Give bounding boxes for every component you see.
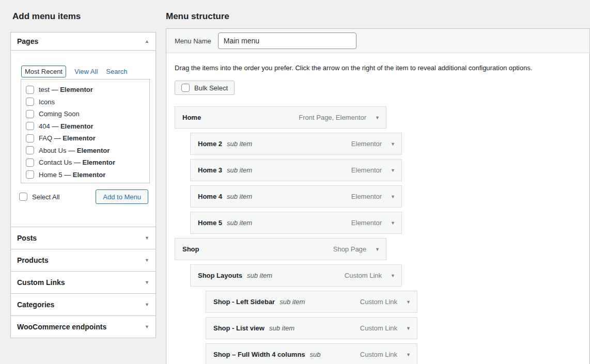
menu-item-bar[interactable]: Shop – Full Width 4 columnssubCustom Lin… [206,343,417,364]
checkbox-icon[interactable] [19,193,27,201]
menu-item-subitem-label: sub item [247,272,272,279]
checkbox-icon[interactable] [26,122,34,130]
page-checklist-item[interactable]: test — Elementor [26,84,149,96]
page-item-label: Contact Us — Elementor [39,159,115,166]
menu-name-header: Menu Name [166,29,589,53]
bulk-select-button[interactable]: Bulk Select [175,81,235,95]
chevron-down-icon[interactable]: ▼ [145,258,149,263]
menu-items-list: HomeFront Page, Elementor▼Home 2sub item… [175,106,581,364]
chevron-down-icon[interactable]: ▼ [375,115,380,120]
menu-item-title: Home 4 [198,193,222,200]
tab-search[interactable]: Search [106,68,127,75]
menu-item-bar[interactable]: Home 4sub itemElementor▼ [190,185,402,208]
menu-item-subitem-label: sub [310,351,321,358]
checkbox-icon[interactable] [26,110,34,118]
page-item-label: 404 — Elementor [39,122,94,130]
tab-view-all[interactable]: View All [74,68,98,75]
page-checklist-item[interactable]: Icons [26,96,149,108]
sidebar-accordion-woocommerce-endpoints[interactable]: WooCommerce endpoints▼ [11,315,156,338]
page-checklist-item[interactable]: Coming Soon [26,108,149,120]
menu-item-bar[interactable]: Home 2sub itemElementor▼ [190,133,402,155]
sidebar-accordion-categories[interactable]: Categories▼ [11,293,156,315]
checkbox-icon[interactable] [26,159,34,167]
menu-item-bar[interactable]: Home 3sub itemElementor▼ [190,159,402,181]
chevron-down-icon[interactable]: ▼ [406,326,411,331]
menu-item-title: Shop – Full Width 4 columns [213,351,305,358]
chevron-down-icon[interactable]: ▼ [406,299,411,305]
checkbox-icon[interactable] [26,134,34,143]
menu-item-bar[interactable]: Shop - List viewsub itemCustom Link▼ [206,317,417,339]
menu-item-title: Home 3 [198,166,222,174]
menu-item-bar[interactable]: HomeFront Page, Elementor▼ [175,106,386,129]
pages-footer: Select All Add to Menu [19,189,148,204]
page-checklist-item[interactable]: About Us — Elementor [26,145,149,157]
chevron-down-icon[interactable]: ▼ [145,302,149,307]
menu-item-type-label: Elementor [351,193,382,200]
accordion-label: Posts [17,234,37,242]
accordion-sections: Posts▼Products▼Custom Links▼Categories▼W… [11,227,156,338]
accordion-label: WooCommerce endpoints [17,323,106,331]
chevron-down-icon[interactable]: ▼ [391,194,395,199]
accordion-label: Custom Links [17,278,65,287]
chevron-down-icon[interactable]: ▼ [391,220,395,226]
menu-structure-panel: Menu Name Drag the items into the order … [166,28,590,364]
page-checklist-item[interactable]: Contact Us — Elementor [26,156,149,169]
menu-item-type-label: Custom Link [360,351,397,358]
menu-structure-title: Menu structure [166,11,229,22]
menu-item-title: Home 2 [198,140,222,148]
menu-item-title: Home [182,114,201,121]
chevron-down-icon[interactable]: ▼ [391,141,395,147]
menu-item-subitem-label: sub item [227,219,252,227]
menu-item-subitem-label: sub item [227,166,252,174]
pages-tabs: Most Recent View All Search [21,66,150,77]
add-menu-items-panel: Pages ▲ Most Recent View All Search test… [10,32,156,338]
tab-most-recent[interactable]: Most Recent [21,66,66,77]
menu-item-bar[interactable]: ShopShop Page▼ [175,238,386,260]
chevron-down-icon[interactable]: ▼ [391,168,395,173]
chevron-down-icon[interactable]: ▼ [145,280,149,285]
checkbox-icon[interactable] [26,170,34,179]
page-item-label: FAQ — Elementor [39,134,96,142]
pages-accordion-label: Pages [17,37,38,45]
menu-item-type-label: Elementor [351,166,382,174]
chevron-down-icon[interactable]: ▼ [145,235,149,241]
menu-item-type-label: Shop Page [333,245,366,253]
menu-item-title: Shop Layouts [198,272,242,279]
page-item-label: Home 5 — Elementor [39,171,105,179]
add-menu-items-title: Add menu items [12,11,81,22]
page-checklist-item[interactable]: 404 — Elementor [26,120,149,133]
menu-item-type-label: Front Page, Elementor [299,114,366,121]
checkbox-icon[interactable] [26,98,34,106]
chevron-down-icon[interactable]: ▼ [391,273,395,278]
sidebar-accordion-custom-links[interactable]: Custom Links▼ [11,271,156,293]
menu-item-title: Shop - List view [213,324,265,332]
chevron-down-icon[interactable]: ▼ [375,247,380,252]
checkbox-icon[interactable] [26,86,34,94]
menu-item-title: Shop - Left Sidebar [213,298,275,306]
menu-item-subitem-label: sub item [269,324,294,332]
menu-item-bar[interactable]: Shop Layoutssub itemCustom Link▼ [190,264,402,287]
sidebar-accordion-posts[interactable]: Posts▼ [11,227,156,249]
bulk-select-label: Bulk Select [194,84,228,92]
page-checklist-item[interactable]: Home 5 — Elementor [26,169,149,181]
page-item-label: test — Elementor [39,86,93,93]
page-item-label: About Us — Elementor [39,147,110,154]
add-to-menu-button[interactable]: Add to Menu [96,189,148,204]
chevron-down-icon[interactable]: ▼ [145,324,149,329]
menu-item-bar[interactable]: Home 5sub itemElementor▼ [190,212,402,234]
menu-item-subitem-label: sub item [227,193,252,200]
page-checklist-item[interactable]: FAQ — Elementor [26,132,149,145]
menu-name-label: Menu Name [175,37,211,45]
chevron-up-icon[interactable]: ▲ [145,39,149,44]
checkbox-icon[interactable] [26,146,34,154]
menu-item-title: Shop [182,245,199,253]
pages-accordion-header[interactable]: Pages ▲ [11,33,156,51]
menu-item-bar[interactable]: Shop - Left Sidebarsub itemCustom Link▼ [206,291,417,313]
select-all-checkbox[interactable]: Select All [19,193,59,201]
menu-name-input[interactable] [218,33,356,49]
checkbox-icon[interactable] [181,84,190,92]
sidebar-accordion-products[interactable]: Products▼ [11,249,156,271]
page-item-label: Icons [39,98,55,106]
chevron-down-icon[interactable]: ▼ [406,352,411,357]
menu-structure-body: Drag the items into the order you prefer… [166,64,589,364]
